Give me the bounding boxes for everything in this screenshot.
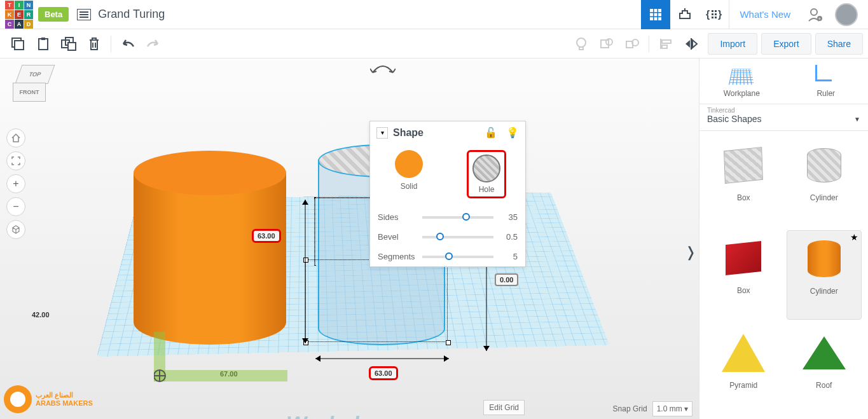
svg-rect-5 [654, 9, 658, 12]
snap-grid-select[interactable]: 1.0 mm ▾ [652, 401, 692, 416]
svg-rect-11 [654, 17, 658, 20]
shape-library-select[interactable]: Basic Shapes ▼ [707, 114, 860, 124]
segments-slider[interactable] [422, 256, 493, 258]
gallery-view-button[interactable] [641, 0, 670, 29]
sides-slider[interactable] [422, 216, 493, 219]
view-cube-top[interactable]: TOP [15, 65, 55, 84]
workplane-icon [729, 69, 754, 85]
bulb-button [570, 32, 593, 55]
shape-pyramid[interactable]: Pyramid [706, 325, 782, 413]
svg-rect-25 [15, 41, 24, 50]
svg-rect-8 [654, 13, 658, 16]
solid-swatch-icon [395, 150, 423, 178]
fill-solid-option[interactable]: Solid [370, 150, 448, 198]
view-cube[interactable]: TOP FRONT [13, 65, 57, 109]
svg-rect-6 [658, 9, 661, 12]
user-avatar[interactable] [835, 3, 858, 26]
fill-hole-option[interactable]: Hole [448, 150, 525, 198]
import-button[interactable]: Import [708, 33, 757, 55]
mirror-button[interactable] [680, 32, 703, 55]
svg-point-31 [577, 38, 586, 47]
fit-view-button[interactable] [6, 151, 25, 170]
corner-handle[interactable] [446, 340, 451, 345]
copy-button[interactable] [6, 32, 29, 55]
svg-rect-18 [715, 13, 717, 15]
tinkercad-logo[interactable]: TINKERCAD [5, 1, 33, 29]
segments-value[interactable]: 5 [499, 252, 518, 261]
group-button [595, 32, 618, 55]
shape-box-solid[interactable]: Box [706, 230, 782, 319]
edit-grid-button[interactable]: Edit Grid [483, 400, 525, 415]
shape-roof[interactable]: Roof [787, 325, 862, 413]
shape-cylinder-solid[interactable]: ★Cylinder [787, 230, 862, 319]
invite-user-button[interactable]: + [801, 0, 830, 29]
sides-label: Sides [378, 212, 417, 222]
svg-text:+: + [818, 16, 822, 22]
z-dim-label[interactable]: 0.00 [495, 273, 518, 286]
svg-rect-39 [662, 45, 667, 48]
depth-dim-label[interactable]: 63.00 [252, 229, 281, 243]
home-view-button[interactable] [6, 128, 25, 148]
svg-rect-26 [39, 39, 48, 50]
undo-button[interactable] [116, 32, 139, 55]
selection-bbox [305, 259, 448, 342]
align-button [654, 32, 677, 55]
bevel-label: Bevel [378, 232, 417, 242]
depth-dim-line [299, 200, 312, 343]
bevel-value[interactable]: 0.5 [499, 232, 518, 242]
zoom-out-button[interactable]: − [6, 197, 25, 216]
ruler-tool-label: Ruler [816, 89, 835, 98]
bevel-slider[interactable] [422, 236, 493, 238]
svg-rect-38 [662, 40, 671, 43]
segments-slider-row: Segments 5 [370, 247, 525, 266]
inspector-collapse-button[interactable]: ▾ [376, 127, 388, 139]
arabs-makers-watermark: الصناع العربARABS MAKERS [4, 383, 106, 415]
ungroup-button [621, 32, 644, 55]
svg-rect-7 [650, 13, 653, 16]
view-cube-front[interactable]: FRONT [13, 83, 46, 102]
design-list-icon[interactable] [76, 7, 92, 22]
shape-label: Pyramid [729, 381, 757, 390]
favorite-star-icon[interactable]: ★ [850, 232, 858, 242]
lock-icon[interactable]: 🔓 [485, 127, 497, 139]
sides-slider-row: Sides 35 [370, 207, 525, 227]
svg-point-21 [811, 9, 817, 15]
sides-value[interactable]: 35 [499, 212, 518, 222]
ruler-icon [815, 65, 837, 86]
width-dim-label[interactable]: 63.00 [369, 366, 398, 380]
ruler-tool-button[interactable]: Ruler [784, 58, 869, 104]
svg-rect-9 [658, 13, 661, 16]
ruler-axes-icon[interactable] [154, 332, 294, 389]
svg-rect-12 [658, 17, 661, 20]
project-title[interactable]: Grand Turing [98, 8, 165, 21]
bulb-icon[interactable]: 💡 [506, 127, 519, 139]
share-button[interactable]: Share [815, 33, 863, 55]
duplicate-button[interactable] [57, 32, 80, 55]
shape-cylinder-hole[interactable]: Cylinder [787, 137, 862, 225]
paste-button[interactable] [32, 32, 55, 55]
blocks-mode-button[interactable] [670, 0, 699, 29]
hole-label: Hole [472, 185, 500, 194]
delete-button[interactable] [83, 32, 106, 55]
svg-rect-30 [68, 43, 76, 50]
workplane-tool-button[interactable]: Workplane [699, 58, 784, 104]
canvas-3d-viewport[interactable]: TOP FRONT + − Workplane [0, 58, 699, 419]
snap-grid-label: Snap Grid [613, 404, 647, 413]
shape-box-hole[interactable]: Box [706, 137, 782, 225]
svg-rect-16 [712, 17, 713, 18]
width-dim-line [315, 352, 449, 365]
export-button[interactable]: Export [761, 33, 811, 55]
ortho-toggle-button[interactable] [6, 220, 25, 239]
shape-label: Cylinder [810, 287, 838, 296]
code-mode-button[interactable]: {} [699, 0, 729, 29]
whats-new-link[interactable]: What's New [729, 0, 801, 29]
svg-text:{: { [706, 9, 710, 20]
zoom-in-button[interactable]: + [6, 174, 25, 193]
panel-expand-icon[interactable]: ❭ [682, 242, 699, 263]
svg-rect-44 [154, 370, 287, 381]
svg-rect-33 [601, 40, 609, 48]
x-pos-label: 42.00 [28, 310, 53, 320]
rotate-arc-icon[interactable] [370, 62, 396, 75]
shape-inspector-panel: ▾ Shape 🔓 💡 Solid Hole Sides [369, 121, 526, 267]
sel-edge [314, 197, 315, 266]
